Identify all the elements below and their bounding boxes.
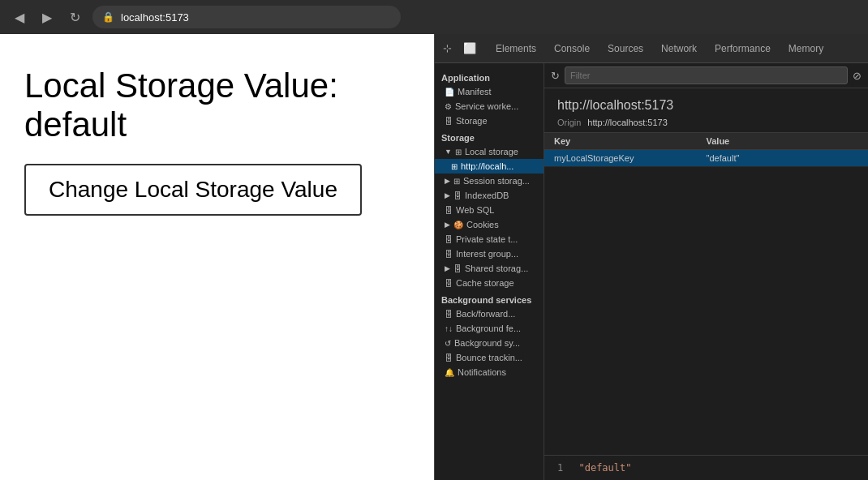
sidebar-item-service-worker[interactable]: ⚙ Service worke... bbox=[435, 99, 544, 114]
page-title: Local Storage Value: default bbox=[24, 66, 410, 144]
sidebar-item-session-label: Session storag... bbox=[463, 176, 530, 186]
tab-sources[interactable]: Sources bbox=[599, 38, 651, 59]
session-storage-icon: ⊞ bbox=[453, 177, 460, 186]
storage-section-header: Storage bbox=[435, 128, 544, 144]
sidebar-item-back-forward-label: Back/forward... bbox=[456, 309, 515, 319]
bg-section-header: Background services bbox=[435, 290, 544, 306]
sidebar-item-service-worker-label: Service worke... bbox=[455, 101, 518, 111]
sidebar-item-shared-storage[interactable]: ▶ 🗄 Shared storag... bbox=[435, 261, 544, 276]
bounce-tracking-icon: 🗄 bbox=[445, 354, 453, 362]
devtools-main-panel: ↻ ⊘ http://localhost:5173 Origin http://… bbox=[544, 63, 868, 480]
storage-icon: 🗄 bbox=[445, 117, 453, 126]
sidebar-item-notifications[interactable]: 🔔 Notifications bbox=[435, 365, 544, 379]
sidebar-item-notifications-label: Notifications bbox=[458, 367, 506, 377]
expand-cookies-icon: ▶ bbox=[445, 221, 450, 229]
origin-value: http://localhost:5173 bbox=[587, 118, 667, 127]
table-cell-value: "default" bbox=[707, 153, 859, 163]
sidebar-item-interest-group-label: Interest group... bbox=[456, 249, 518, 259]
sidebar-item-private-state[interactable]: 🗄 Private state t... bbox=[435, 232, 544, 246]
notifications-icon: 🔔 bbox=[445, 368, 454, 377]
expand-session-icon: ▶ bbox=[445, 177, 450, 185]
filter-bar: ↻ ⊘ bbox=[544, 63, 868, 88]
back-forward-icon: 🗄 bbox=[445, 310, 453, 319]
app-section-header: Application bbox=[435, 68, 544, 84]
localhost-icon: ⊞ bbox=[451, 162, 458, 171]
sidebar-item-background-sync[interactable]: ↺ Background sy... bbox=[435, 336, 544, 350]
table-row[interactable]: myLocalStorageKey "default" bbox=[544, 150, 868, 167]
sidebar-item-localhost-label: http://localh... bbox=[461, 161, 513, 171]
sidebar-item-local-storage-label: Local storage bbox=[465, 147, 518, 156]
expand-shared-storage-icon: ▶ bbox=[445, 264, 450, 272]
value-display: 1 "default" bbox=[544, 455, 868, 480]
address-bar[interactable]: 🔒 localhost:5173 bbox=[92, 6, 401, 28]
address-url: localhost:5173 bbox=[121, 11, 189, 24]
sidebar-item-back-forward[interactable]: 🗄 Back/forward... bbox=[435, 306, 544, 321]
manifest-icon: 📄 bbox=[445, 88, 454, 96]
sidebar-item-websql[interactable]: 🗄 Web SQL bbox=[435, 203, 544, 217]
shared-storage-icon: 🗄 bbox=[453, 264, 462, 273]
sidebar-item-indexeddb[interactable]: ▶ 🗄 IndexedDB bbox=[435, 188, 544, 203]
expand-local-storage-icon: ▼ bbox=[445, 148, 452, 156]
filter-input[interactable] bbox=[565, 66, 848, 84]
sidebar-item-background-fetch-label: Background fe... bbox=[456, 324, 521, 333]
device-icon[interactable]: ⬜ bbox=[460, 41, 479, 56]
cursor-icon[interactable]: ⊹ bbox=[440, 41, 455, 56]
private-state-icon: 🗄 bbox=[445, 235, 453, 244]
tab-console[interactable]: Console bbox=[546, 38, 598, 59]
sidebar-item-private-state-label: Private state t... bbox=[456, 234, 518, 244]
cache-storage-icon: 🗄 bbox=[445, 279, 453, 288]
col-key-header: Key bbox=[554, 136, 707, 146]
main-layout: Local Storage Value: default Change Loca… bbox=[0, 34, 868, 480]
sidebar-item-local-storage[interactable]: ▼ ⊞ Local storage bbox=[435, 144, 544, 159]
back-button[interactable]: ◀ bbox=[10, 7, 29, 27]
forward-button[interactable]: ▶ bbox=[37, 7, 57, 27]
table-header: Key Value bbox=[544, 133, 868, 150]
sidebar-item-bounce-tracking[interactable]: 🗄 Bounce trackin... bbox=[435, 350, 544, 365]
sidebar-item-interest-group[interactable]: 🗄 Interest group... bbox=[435, 246, 544, 261]
sidebar-item-localhost[interactable]: ⊞ http://localh... bbox=[435, 159, 544, 174]
tab-network[interactable]: Network bbox=[653, 38, 705, 59]
sidebar-item-cookies-label: Cookies bbox=[466, 220, 499, 229]
page-content: Local Storage Value: default Change Loca… bbox=[0, 34, 434, 480]
filter-cancel-icon[interactable]: ⊘ bbox=[853, 70, 862, 82]
sidebar-item-cookies[interactable]: ▶ 🍪 Cookies bbox=[435, 217, 544, 232]
sidebar-item-background-sync-label: Background sy... bbox=[454, 338, 520, 348]
storage-table: Key Value myLocalStorageKey "default" bbox=[544, 133, 868, 455]
indexeddb-icon: 🗄 bbox=[453, 191, 462, 200]
expand-indexeddb-icon: ▶ bbox=[445, 191, 450, 199]
refresh-button[interactable]: ↻ bbox=[551, 70, 560, 82]
sidebar-item-shared-storage-label: Shared storag... bbox=[465, 264, 528, 273]
sidebar-item-manifest-label: Manifest bbox=[458, 87, 492, 96]
value-preview-line: 1 "default" bbox=[557, 462, 855, 474]
reload-button[interactable]: ↻ bbox=[65, 7, 84, 27]
change-storage-button[interactable]: Change Local Storage Value bbox=[24, 164, 362, 216]
devtools-body: Application 📄 Manifest ⚙ Service worke..… bbox=[435, 63, 868, 480]
sidebar-item-storage[interactable]: 🗄 Storage bbox=[435, 114, 544, 128]
browser-chrome: ◀ ▶ ↻ 🔒 localhost:5173 bbox=[0, 0, 868, 34]
sidebar-item-storage-label: Storage bbox=[456, 116, 488, 126]
sidebar-item-manifest[interactable]: 📄 Manifest bbox=[435, 84, 544, 99]
sidebar-item-background-fetch[interactable]: ↑↓ Background fe... bbox=[435, 321, 544, 336]
sidebar-item-indexeddb-label: IndexedDB bbox=[465, 191, 509, 200]
background-sync-icon: ↺ bbox=[445, 339, 451, 348]
interest-group-icon: 🗄 bbox=[445, 250, 453, 259]
sidebar-item-cache-storage-label: Cache storage bbox=[456, 278, 514, 288]
table-cell-key: myLocalStorageKey bbox=[554, 153, 707, 163]
devtools-panel: ⊹ ⬜ Elements Console Sources Network Per… bbox=[434, 34, 868, 480]
storage-origin-row: Origin http://localhost:5173 bbox=[557, 118, 855, 127]
tab-performance[interactable]: Performance bbox=[707, 38, 779, 59]
col-value-header: Value bbox=[707, 136, 859, 146]
sidebar-item-session-storage[interactable]: ▶ ⊞ Session storag... bbox=[435, 174, 544, 188]
sidebar-item-bounce-tracking-label: Bounce trackin... bbox=[456, 353, 522, 362]
lock-icon: 🔒 bbox=[102, 11, 114, 23]
devtools-tabs: ⊹ ⬜ Elements Console Sources Network Per… bbox=[435, 34, 868, 63]
cookies-icon: 🍪 bbox=[453, 221, 463, 229]
storage-url: http://localhost:5173 bbox=[557, 98, 855, 113]
tab-elements[interactable]: Elements bbox=[488, 38, 544, 59]
tab-memory[interactable]: Memory bbox=[780, 38, 831, 59]
origin-label: Origin bbox=[557, 118, 581, 127]
local-storage-icon: ⊞ bbox=[455, 148, 462, 156]
websql-icon: 🗄 bbox=[445, 206, 453, 215]
sidebar-item-cache-storage[interactable]: 🗄 Cache storage bbox=[435, 276, 544, 290]
value-preview-content: "default" bbox=[578, 462, 631, 474]
